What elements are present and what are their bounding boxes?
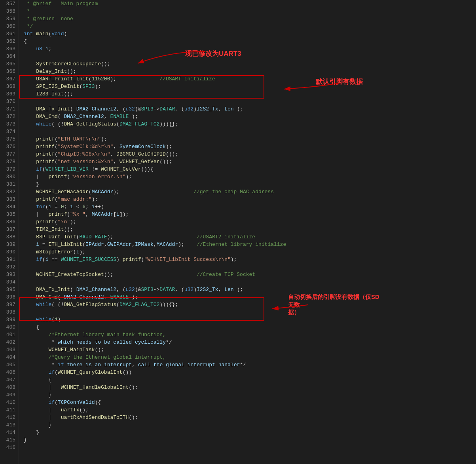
- code-area: * @brief Main program * * @return none *…: [19, 0, 476, 451]
- code-line: [24, 128, 476, 135]
- code-line: while(1): [24, 316, 476, 323]
- code-line: [24, 263, 476, 271]
- code-line: }: [24, 391, 476, 399]
- code-line: while( (!DMA_GetFlagStatus(DMA2_FLAG_TC2…: [24, 301, 476, 308]
- code-line: for(i = 0; i < 6; i++): [24, 203, 476, 211]
- code-line: * @return none: [24, 15, 476, 23]
- code-line: DMA_Cmd( DMA2_Channel2, ENABLE );: [24, 293, 476, 301]
- code-line: /*Query the Ethernet global interrupt,: [24, 354, 476, 361]
- code-line: printf("ETH_UART\r\n");: [24, 135, 476, 143]
- code-line: WCHNET_GetMacAddr(MACAddr); //get the ch…: [24, 188, 476, 196]
- code-line: printf("mac addr:");: [24, 196, 476, 203]
- code-line: {: [24, 323, 476, 331]
- code-line: {: [24, 38, 476, 45]
- code-line: DMA_Tx_Init( DMA2_Channel2, (u32)&SPI3->…: [24, 286, 476, 293]
- code-line: DMA_Tx_Init( DMA2_Channel2, (u32)&SPI3->…: [24, 105, 476, 113]
- code-line: {: [24, 376, 476, 384]
- code-line: int main(void): [24, 30, 476, 38]
- code-line: }: [24, 436, 476, 444]
- code-line: u8 i;: [24, 45, 476, 53]
- line-numbers: 3573583593603613623633643653663673683693…: [0, 0, 19, 464]
- code-line: | uartTx();: [24, 406, 476, 414]
- code-line: I2S3_Init();: [24, 90, 476, 98]
- code-line: if(WCHNET_LIB_VER != WCHNET_GetVer()){: [24, 165, 476, 173]
- code-line: | printf("%x ", MACAddr[i]);: [24, 211, 476, 218]
- code-line: TIM2_Init();: [24, 226, 476, 233]
- code-line: USART_Printf_Init(115200); //USART initi…: [24, 75, 476, 83]
- code-line: /*Ethernet library main task function,: [24, 331, 476, 338]
- code-line: mStopIfError(i);: [24, 248, 476, 256]
- code-editor: 3573583593603613623633643653663673683693…: [0, 0, 476, 464]
- code-line: if(TCPConnValid){: [24, 399, 476, 406]
- code-line: [24, 308, 476, 316]
- code-line: printf("\n");: [24, 218, 476, 226]
- code-line: SystemCoreCLockUpdate();: [24, 60, 476, 68]
- code-line: [24, 278, 476, 286]
- code-line: printf("ChipID:%08x\r\n", DBGMCU_GetCHIP…: [24, 150, 476, 158]
- code-line: */: [24, 23, 476, 30]
- code-line: WCHNET_MainTask();: [24, 346, 476, 354]
- code-line: SPI_I2S_DeInit(SPI3);: [24, 83, 476, 90]
- code-line: if(WCHNET_QueryGlobalInt()): [24, 369, 476, 376]
- code-line: [24, 53, 476, 60]
- code-line: if(i == WCHNET_ERR_SUCCESS) printf("WCHN…: [24, 256, 476, 263]
- code-line: i = ETH_LibInit(IPAddr,GWIPAddr,IPMask,M…: [24, 241, 476, 248]
- code-line: Delay_Init();: [24, 68, 476, 75]
- code-line: printf("net version:%x\n", WCHNET_GetVer…: [24, 158, 476, 165]
- code-line: | uartRxAndSendDataToETH();: [24, 414, 476, 421]
- code-line: [24, 98, 476, 105]
- code-line: BSP_Uart_Init(BAUD_RATE); //USART2 initi…: [24, 233, 476, 241]
- code-line: * @brief Main program: [24, 0, 476, 8]
- code-line: | WCHNET_HandleGlobalInt();: [24, 384, 476, 391]
- code-line: }: [24, 421, 476, 429]
- code-line: DMA_Cmd( DMA2_Channel2, ENABLE );: [24, 113, 476, 120]
- code-line: * which needs to be called cyclically*/: [24, 338, 476, 346]
- code-line: }: [24, 429, 476, 436]
- code-line: * if there is an interrupt, call the glo…: [24, 361, 476, 369]
- code-line: [24, 444, 476, 451]
- code-line: | printf("version error.\n");: [24, 173, 476, 181]
- code-line: while( (!DMA_GetFlagStatus(DMA2_FLAG_TC2…: [24, 120, 476, 128]
- code-line: WCHNET_CreateTcpSocket(); //Create TCP S…: [24, 271, 476, 278]
- code-line: *: [24, 8, 476, 15]
- code-line: }: [24, 181, 476, 188]
- code-line: printf("SystemClk:%d\r\n", SystemCoreClo…: [24, 143, 476, 150]
